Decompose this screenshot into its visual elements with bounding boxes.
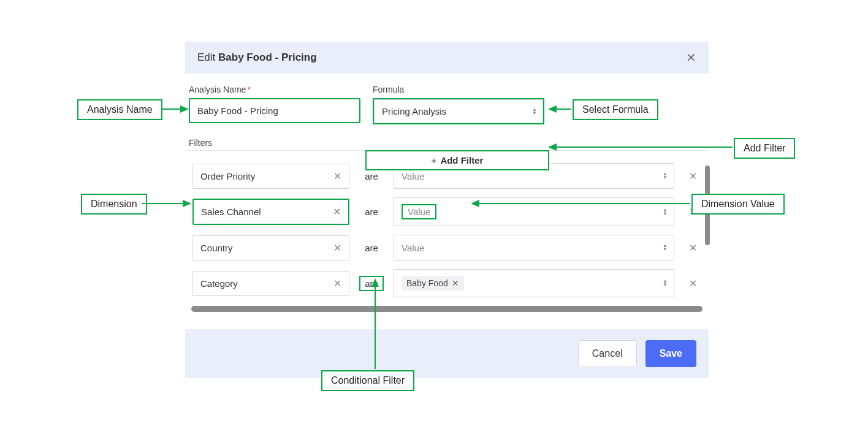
dialog-header: Edit Baby Food - Pricing ✕ xyxy=(185,42,709,74)
formula-group: Formula ▲▼ xyxy=(373,85,544,124)
dimension-input[interactable]: Sales Channel ✕ xyxy=(192,199,349,225)
add-filter-button[interactable]: +Add Filter xyxy=(365,150,549,170)
filter-body: +Add Filter Order Priority ✕ are Value ▲… xyxy=(188,150,706,312)
save-button[interactable]: Save xyxy=(645,340,696,367)
dialog-footer: Cancel Save xyxy=(185,329,709,378)
horizontal-scrollbar[interactable] xyxy=(191,306,702,312)
value-select[interactable]: Value ▲▼ xyxy=(394,197,674,226)
operator-label: are xyxy=(359,171,384,181)
operator-label: are xyxy=(359,243,384,253)
operator-label: are xyxy=(359,276,384,291)
formula-label: Formula xyxy=(373,85,544,94)
formula-select[interactable]: ▲▼ xyxy=(373,98,544,124)
dimension-input[interactable]: Country ✕ xyxy=(192,235,349,261)
callout-analysis-name: Analysis Name xyxy=(77,99,162,120)
callout-add-filter: Add Filter xyxy=(734,138,795,159)
dimension-input[interactable]: Order Priority ✕ xyxy=(192,164,349,189)
clear-icon[interactable]: ✕ xyxy=(333,242,341,254)
chevron-updown-icon: ▲▼ xyxy=(663,280,668,287)
value-chip: Baby Food ✕ xyxy=(402,276,464,291)
dialog-title-prefix: Edit xyxy=(197,51,218,63)
filter-row: Country ✕ are Value ▲▼ ✕ xyxy=(188,235,706,261)
value-select[interactable]: Baby Food ✕ ▲▼ xyxy=(394,269,674,297)
formula-value[interactable] xyxy=(374,99,543,123)
remove-row-icon[interactable]: ✕ xyxy=(684,242,701,254)
plus-icon: + xyxy=(432,155,437,165)
dimension-input[interactable]: Category ✕ xyxy=(192,271,349,296)
edit-analysis-dialog: Edit Baby Food - Pricing ✕ Analysis Name… xyxy=(185,42,709,378)
value-select[interactable]: Value ▲▼ xyxy=(394,235,674,261)
callout-dimension-value: Dimension Value xyxy=(691,194,785,215)
analysis-name-label: Analysis Name* xyxy=(189,85,360,94)
chevron-updown-icon: ▲▼ xyxy=(663,172,668,180)
add-filter-label: Add Filter xyxy=(440,155,483,165)
chip-remove-icon[interactable]: ✕ xyxy=(452,278,459,288)
clear-icon[interactable]: ✕ xyxy=(333,206,341,218)
remove-row-icon[interactable]: ✕ xyxy=(684,278,701,289)
callout-select-formula: Select Formula xyxy=(573,99,658,120)
callout-conditional-filter: Conditional Filter xyxy=(321,370,414,391)
filter-row: Category ✕ are Baby Food ✕ ▲▼ ✕ xyxy=(188,269,706,297)
callout-dimension: Dimension xyxy=(81,194,147,215)
filter-rows: Order Priority ✕ are Value ▲▼ ✕ Sales Ch… xyxy=(188,163,706,297)
dialog-title-name: Baby Food - Pricing xyxy=(218,51,317,63)
filter-row: Sales Channel ✕ are Value ▲▼ ✕ xyxy=(188,197,706,226)
cancel-button[interactable]: Cancel xyxy=(578,340,637,367)
analysis-name-group: Analysis Name* xyxy=(189,85,360,124)
remove-row-icon[interactable]: ✕ xyxy=(684,170,701,182)
filters-label: Filters xyxy=(185,124,709,150)
close-icon[interactable]: ✕ xyxy=(686,51,696,64)
chevron-updown-icon: ▲▼ xyxy=(663,244,668,251)
chevron-updown-icon: ▲▼ xyxy=(663,208,668,216)
operator-label: are xyxy=(359,207,384,217)
dialog-title: Edit Baby Food - Pricing xyxy=(197,51,317,64)
clear-icon[interactable]: ✕ xyxy=(333,278,341,289)
analysis-name-input[interactable] xyxy=(189,98,360,123)
clear-icon[interactable]: ✕ xyxy=(333,170,341,182)
